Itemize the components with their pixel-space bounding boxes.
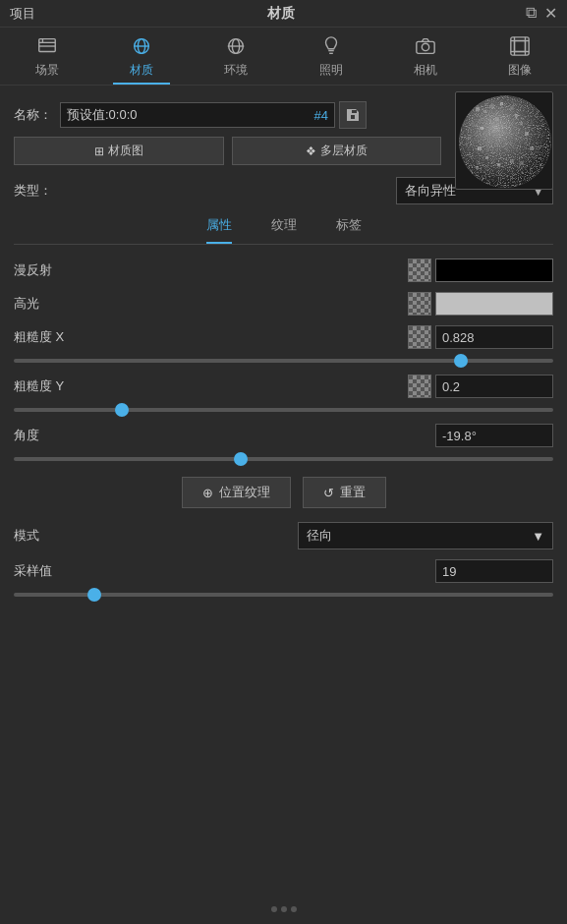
image-icon	[509, 35, 531, 60]
type-value: 各向异性	[405, 182, 456, 200]
svg-rect-38	[510, 159, 514, 163]
roughness-y-value[interactable]: 0.2	[435, 375, 553, 398]
material-label: 材质	[130, 62, 153, 79]
sub-tab-texture[interactable]: 纹理	[271, 216, 297, 238]
camera-icon	[415, 35, 436, 60]
material-icon	[131, 35, 152, 60]
position-texture-button[interactable]: ⊕ 位置纹理	[182, 477, 291, 508]
sample-value[interactable]: 19	[435, 559, 553, 583]
svg-rect-27	[515, 114, 518, 117]
svg-rect-26	[510, 106, 514, 110]
roughness-x-label: 粗糙度 X	[14, 328, 83, 346]
mode-value: 径向	[307, 527, 332, 545]
roughness-y-checker[interactable]	[408, 375, 431, 398]
angle-row: 角度 -19.8°	[14, 424, 553, 447]
sub-tab-properties[interactable]: 属性	[206, 216, 232, 238]
project-label: 项目	[10, 5, 35, 23]
roughness-y-row: 粗糙度 Y 0.2	[14, 375, 553, 398]
svg-rect-33	[468, 137, 471, 140]
multi-material-label: 多层材质	[320, 143, 368, 159]
tab-material[interactable]: 材质	[94, 28, 189, 85]
specular-color[interactable]	[435, 292, 553, 316]
environment-label: 环境	[224, 62, 248, 79]
material-map-button[interactable]: ⊞ 材质图	[14, 137, 224, 165]
type-label: 类型：	[14, 182, 52, 200]
close-button[interactable]: ✕	[544, 4, 557, 23]
sample-label: 采样值	[14, 562, 83, 580]
sample-slider[interactable]	[14, 593, 553, 597]
reset-icon: ↺	[323, 486, 334, 500]
roughness-x-checker[interactable]	[408, 325, 431, 349]
roughness-x-row: 粗糙度 X 0.828	[14, 325, 553, 349]
diffuse-row: 漫反射	[14, 259, 553, 282]
svg-rect-28	[471, 122, 475, 126]
multi-material-button[interactable]: ❖ 多层材质	[232, 137, 442, 165]
svg-point-21	[459, 95, 551, 188]
svg-rect-24	[490, 104, 494, 108]
dot-2	[281, 906, 287, 912]
window-title: 材质	[267, 5, 295, 23]
camera-label: 相机	[414, 62, 437, 79]
mode-row: 模式 径向 ▼	[14, 522, 553, 549]
reset-button[interactable]: ↺ 重置	[303, 477, 386, 508]
sub-tab-tags[interactable]: 标签	[336, 216, 362, 238]
roughness-x-slider[interactable]	[14, 359, 553, 363]
angle-slider[interactable]	[14, 457, 553, 461]
svg-rect-39	[497, 163, 500, 166]
multi-material-icon: ❖	[306, 144, 316, 158]
sample-section: 采样值 19	[14, 559, 553, 597]
sample-row: 采样值 19	[14, 559, 553, 583]
maximize-button[interactable]: ⧉	[526, 4, 537, 23]
angle-value[interactable]: -19.8°	[435, 424, 553, 447]
angle-label: 角度	[14, 427, 83, 444]
mode-select[interactable]: 径向 ▼	[298, 522, 553, 549]
dot-1	[271, 906, 277, 912]
name-section: 名称： 预设值:0:0:0 #4	[14, 101, 553, 129]
roughness-x-section: 粗糙度 X 0.828	[14, 325, 553, 363]
reset-label: 重置	[340, 484, 366, 501]
tab-scene[interactable]: 场景	[0, 28, 94, 85]
sphere-canvas	[455, 91, 553, 190]
name-tag: #4	[314, 108, 328, 123]
action-buttons: ⊕ 位置纹理 ↺ 重置	[14, 477, 553, 508]
svg-rect-25	[500, 102, 503, 105]
svg-rect-0	[39, 39, 56, 52]
position-texture-label: 位置纹理	[219, 484, 270, 501]
roughness-y-slider[interactable]	[14, 408, 553, 412]
name-value: 预设值:0:0:0	[67, 106, 305, 124]
svg-rect-23	[483, 110, 486, 113]
material-preview[interactable]	[455, 91, 553, 190]
svg-rect-36	[530, 146, 534, 150]
dot-3	[291, 906, 297, 912]
scene-icon	[36, 35, 58, 60]
tab-camera[interactable]: 相机	[378, 28, 473, 85]
bottom-dots	[271, 906, 297, 912]
title-bar: 项目 材质 ⧉ ✕	[0, 0, 567, 28]
svg-rect-15	[514, 41, 525, 52]
svg-rect-41	[476, 166, 479, 169]
svg-rect-14	[511, 37, 529, 55]
tab-lighting[interactable]: 照明	[284, 28, 378, 85]
diffuse-label: 漫反射	[14, 261, 83, 279]
tab-image[interactable]: 图像	[473, 28, 567, 85]
specular-label: 高光	[14, 295, 83, 313]
diffuse-color[interactable]	[435, 259, 553, 282]
tab-environment[interactable]: 环境	[189, 28, 283, 85]
lighting-icon	[320, 35, 342, 60]
roughness-x-value[interactable]: 0.828	[435, 325, 553, 349]
name-label: 名称：	[14, 106, 52, 124]
save-button[interactable]	[339, 101, 367, 129]
svg-rect-32	[525, 132, 529, 136]
svg-rect-22	[476, 107, 480, 111]
diffuse-checker[interactable]	[408, 259, 431, 282]
roughness-y-section: 粗糙度 Y 0.2	[14, 375, 553, 412]
main-content: 名称： 预设值:0:0:0 #4	[0, 86, 567, 618]
name-input[interactable]: 预设值:0:0:0 #4	[60, 102, 335, 128]
scene-label: 场景	[35, 62, 59, 79]
lighting-label: 照明	[319, 62, 343, 79]
nav-tabs: 场景 材质 环境	[0, 28, 567, 86]
svg-rect-40	[520, 161, 524, 165]
svg-rect-37	[485, 156, 488, 159]
specular-checker[interactable]	[408, 292, 431, 316]
svg-point-13	[422, 43, 428, 50]
